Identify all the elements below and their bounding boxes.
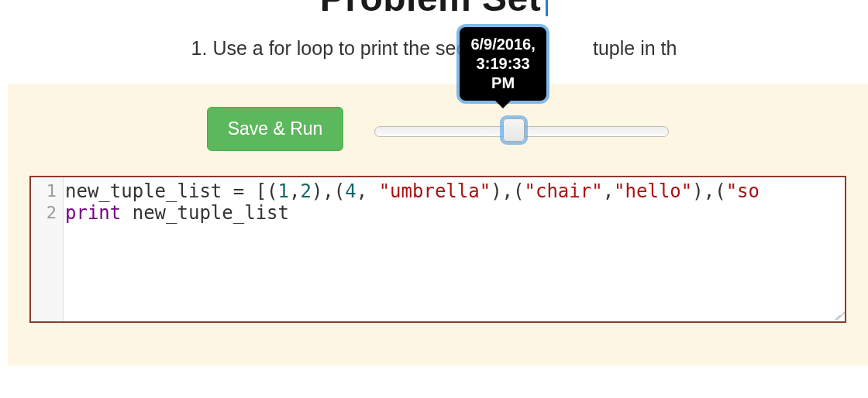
code-line[interactable]: print new_tuple_list — [65, 202, 845, 224]
line-gutter: 1 2 — [31, 177, 64, 321]
history-slider[interactable]: 6/9/2016, 3:19:33 PM — [374, 122, 669, 137]
code-text[interactable]: new_tuple_list = [(1,2),(4, "umbrella"),… — [65, 180, 845, 224]
gutter-line-number: 1 — [31, 180, 63, 202]
activecode-container: Save & Run 6/9/2016, 3:19:33 PM 1 2 new_… — [8, 84, 868, 365]
slider-handle[interactable] — [503, 118, 525, 142]
text-cursor — [546, 0, 548, 16]
page-title: Problem Set — [0, 0, 868, 19]
save-run-button[interactable]: Save & Run — [207, 107, 344, 151]
editor-controls: Save & Run 6/9/2016, 3:19:33 PM — [8, 107, 868, 151]
code-editor[interactable]: 1 2 new_tuple_list = [(1,2),(4, "umbrell… — [29, 176, 846, 323]
resize-handle-icon[interactable] — [832, 309, 843, 320]
problem-statement: 1. Use a for loop to print the second el… — [0, 37, 868, 60]
gutter-line-number: 2 — [31, 202, 63, 224]
slider-tooltip: 6/9/2016, 3:19:33 PM — [460, 27, 546, 101]
code-line[interactable]: new_tuple_list = [(1,2),(4, "umbrella"),… — [65, 180, 845, 202]
